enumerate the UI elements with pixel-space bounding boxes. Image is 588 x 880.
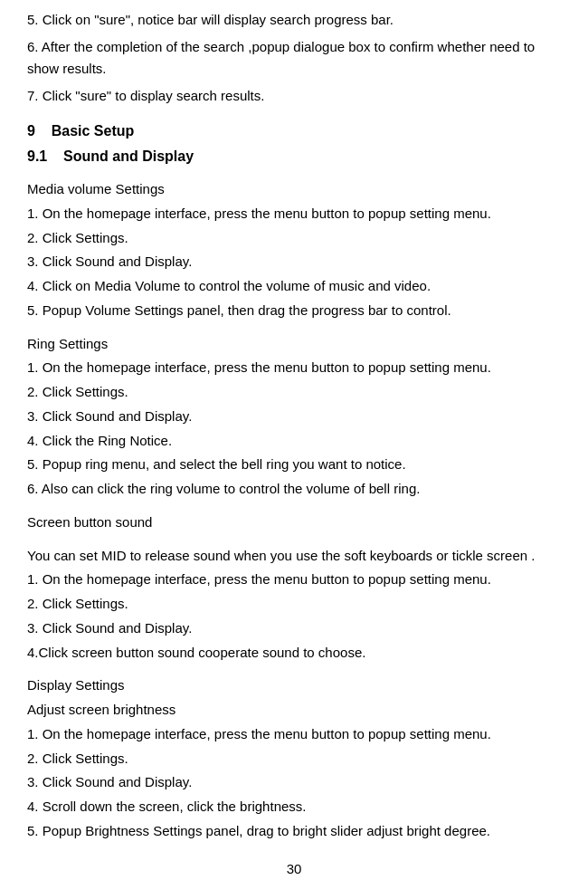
display-settings-subtitle: Adjust screen brightness [27,699,561,722]
media-line-3: 3. Click Sound and Display. [27,251,561,273]
media-line-5: 5. Popup Volume Settings panel, then dra… [27,300,561,322]
section9-heading: 9 Basic Setup [27,120,561,143]
section9-number: 9 [27,123,35,139]
screen-sound-line-2: 2. Click Settings. [27,593,561,616]
section91-title: Sound and Display [63,148,194,164]
media-line-4: 4. Click on Media Volume to control the … [27,275,561,298]
page-number: 30 [27,861,561,876]
media-volume-section: Media volume Settings 1. On the homepage… [27,178,561,322]
intro-line5: 5. Click on "sure", notice bar will disp… [27,9,561,31]
section9-title: Basic Setup [52,123,135,139]
screen-button-sound-section: Screen button sound You can set MID to r… [27,512,561,665]
display-line-5: 5. Popup Brightness Settings panel, drag… [27,820,561,843]
section91-heading: 9.1 Sound and Display [27,145,561,168]
intro-line7: 7. Click "sure" to display search result… [27,85,561,107]
media-line-1: 1. On the homepage interface, press the … [27,203,561,225]
ring-line-5: 5. Popup ring menu, and select the bell … [27,454,561,476]
ring-settings-section: Ring Settings 1. On the homepage interfa… [27,333,561,501]
ring-line-2: 2. Click Settings. [27,381,561,404]
screen-sound-line-3: 3. Click Sound and Display. [27,617,561,640]
display-settings-title: Display Settings [27,674,561,697]
display-line-1: 1. On the homepage interface, press the … [27,723,561,746]
display-settings-section: Display Settings Adjust screen brightnes… [27,674,561,842]
section91-number: 9.1 [27,148,47,164]
screen-sound-line-1: 1. On the homepage interface, press the … [27,569,561,591]
screen-sound-intro: You can set MID to release sound when yo… [27,545,561,568]
ring-line-4: 4. Click the Ring Notice. [27,430,561,453]
ring-line-6: 6. Also can click the ring volume to con… [27,478,561,501]
screen-sound-line-4: 4.Click screen button sound cooperate so… [27,642,561,665]
ring-line-3: 3. Click Sound and Display. [27,406,561,428]
display-line-4: 4. Scroll down the screen, click the bri… [27,796,561,818]
media-volume-title: Media volume Settings [27,178,561,201]
screen-sound-title: Screen button sound [27,512,561,534]
intro-line6: 6. After the completion of the search ,p… [27,36,561,80]
display-line-3: 3. Click Sound and Display. [27,771,561,794]
display-line-2: 2. Click Settings. [27,748,561,770]
ring-line-1: 1. On the homepage interface, press the … [27,357,561,379]
ring-settings-title: Ring Settings [27,333,561,356]
page-content: 5. Click on "sure", notice bar will disp… [27,9,561,876]
media-line-2: 2. Click Settings. [27,227,561,250]
